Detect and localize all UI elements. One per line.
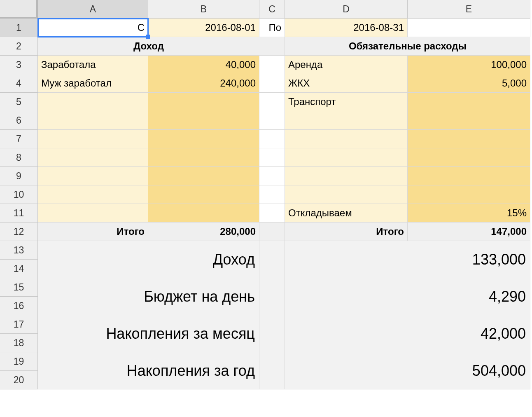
cell-E11[interactable]: 15% [408, 204, 530, 223]
cell-D8[interactable] [285, 148, 408, 167]
row-header-4[interactable]: 4 [0, 74, 38, 93]
cell-E12[interactable]: 147,000 [408, 223, 530, 241]
cell-D7[interactable] [285, 130, 408, 148]
cell-C1920[interactable] [259, 352, 285, 389]
row-header-13[interactable]: 13 [0, 241, 38, 260]
cell-A10[interactable] [38, 185, 148, 204]
cell-C5[interactable] [259, 93, 285, 111]
cell-A5[interactable] [38, 93, 148, 111]
row-header-8[interactable]: 8 [0, 148, 38, 167]
cell-B8[interactable] [148, 148, 259, 167]
cell-D3[interactable]: Аренда [285, 56, 408, 74]
select-all-corner[interactable] [0, 0, 38, 19]
cell-B4[interactable]: 240,000 [148, 74, 259, 93]
row-header-9[interactable]: 9 [0, 167, 38, 185]
col-header-C[interactable]: C [259, 0, 285, 19]
row-header-10[interactable]: 10 [0, 185, 38, 204]
cell-A1[interactable]: С [38, 19, 148, 37]
cell-D12[interactable]: Итого [285, 223, 408, 241]
cell-D4[interactable]: ЖКХ [285, 74, 408, 93]
row-header-7[interactable]: 7 [0, 130, 38, 148]
cell-C7[interactable] [259, 130, 285, 148]
cell-C1516[interactable] [259, 278, 285, 315]
cell-E4[interactable]: 5,000 [408, 74, 530, 93]
cell-E6[interactable] [408, 111, 530, 130]
cell-B9[interactable] [148, 167, 259, 185]
cell-B6[interactable] [148, 111, 259, 130]
cell-C2[interactable] [259, 37, 285, 56]
cell-E5[interactable] [408, 93, 530, 111]
cell-C10[interactable] [259, 185, 285, 204]
cell-B1[interactable]: 2016-08-01 [148, 19, 259, 37]
cell-C1718[interactable] [259, 315, 285, 352]
row-header-6[interactable]: 6 [0, 111, 38, 130]
row-header-16[interactable]: 16 [0, 297, 38, 315]
cell-D11[interactable]: Откладываем [285, 204, 408, 223]
cell-B11[interactable] [148, 204, 259, 223]
col-header-B[interactable]: B [148, 0, 259, 19]
col-header-A[interactable]: A [38, 0, 148, 19]
cell-A6[interactable] [38, 111, 148, 130]
cell-C6[interactable] [259, 111, 285, 130]
cell-A8[interactable] [38, 148, 148, 167]
cell-B7[interactable] [148, 130, 259, 148]
row-header-5[interactable]: 5 [0, 93, 38, 111]
cell-E8[interactable] [408, 148, 530, 167]
cell-A2-B2-income-header[interactable]: Доход [38, 37, 259, 56]
summary-label-income[interactable]: Доход [38, 241, 259, 278]
row-header-15[interactable]: 15 [0, 278, 38, 297]
cell-E7[interactable] [408, 130, 530, 148]
cell-E1[interactable] [408, 19, 530, 37]
col-header-D[interactable]: D [285, 0, 408, 19]
cell-C11[interactable] [259, 204, 285, 223]
cell-A7[interactable] [38, 130, 148, 148]
row-header-11[interactable]: 11 [0, 204, 38, 223]
cell-A4[interactable]: Муж заработал [38, 74, 148, 93]
row-header-18[interactable]: 18 [0, 334, 38, 352]
cell-D2-E2-expenses-header[interactable]: Обязательные расходы [285, 37, 530, 56]
row-header-12[interactable]: 12 [0, 223, 38, 241]
row-header-3[interactable]: 3 [0, 56, 38, 74]
row-header-17[interactable]: 17 [0, 315, 38, 334]
cell-C8[interactable] [259, 148, 285, 167]
cell-B10[interactable] [148, 185, 259, 204]
summary-label-savings-month[interactable]: Накопления за месяц [38, 315, 259, 352]
summary-value-savings-month[interactable]: 42,000 [285, 315, 530, 352]
cell-E3[interactable]: 100,000 [408, 56, 530, 74]
summary-value-income[interactable]: 133,000 [285, 241, 530, 278]
row-header-20[interactable]: 20 [0, 371, 38, 389]
cell-E10[interactable] [408, 185, 530, 204]
cell-A12[interactable]: Итого [38, 223, 148, 241]
cell-D10[interactable] [285, 185, 408, 204]
cell-A11[interactable] [38, 204, 148, 223]
cell-C1[interactable]: По [259, 19, 285, 37]
cell-C3[interactable] [259, 56, 285, 74]
cell-B5[interactable] [148, 93, 259, 111]
cell-C9[interactable] [259, 167, 285, 185]
summary-value-savings-year[interactable]: 504,000 [285, 352, 530, 389]
summary-value-daily-budget[interactable]: 4,290 [285, 278, 530, 315]
cell-A9[interactable] [38, 167, 148, 185]
cell-D6[interactable] [285, 111, 408, 130]
summary-label-savings-year[interactable]: Накопления за год [38, 352, 259, 389]
summary-label-daily-budget[interactable]: Бюджет на день [38, 278, 259, 315]
cell-B3[interactable]: 40,000 [148, 56, 259, 74]
cell-C12[interactable] [259, 223, 285, 241]
row-header-2[interactable]: 2 [0, 37, 38, 56]
cell-A3[interactable]: Заработала [38, 56, 148, 74]
row-header-1[interactable]: 1 [0, 19, 38, 37]
spreadsheet-grid[interactable]: A B C D E 1 С 2016-08-01 По 2016-08-31 2… [0, 0, 532, 389]
cell-D9[interactable] [285, 167, 408, 185]
cell-E9[interactable] [408, 167, 530, 185]
fill-handle[interactable] [146, 35, 150, 39]
cell-D5[interactable]: Транспорт [285, 93, 408, 111]
cell-B12[interactable]: 280,000 [148, 223, 259, 241]
row-header-19[interactable]: 19 [0, 352, 38, 371]
cell-C4[interactable] [259, 74, 285, 93]
row-header-14[interactable]: 14 [0, 260, 38, 278]
col-header-E[interactable]: E [408, 0, 530, 19]
cell-D1[interactable]: 2016-08-31 [285, 19, 408, 37]
cell-C1314[interactable] [259, 241, 285, 278]
